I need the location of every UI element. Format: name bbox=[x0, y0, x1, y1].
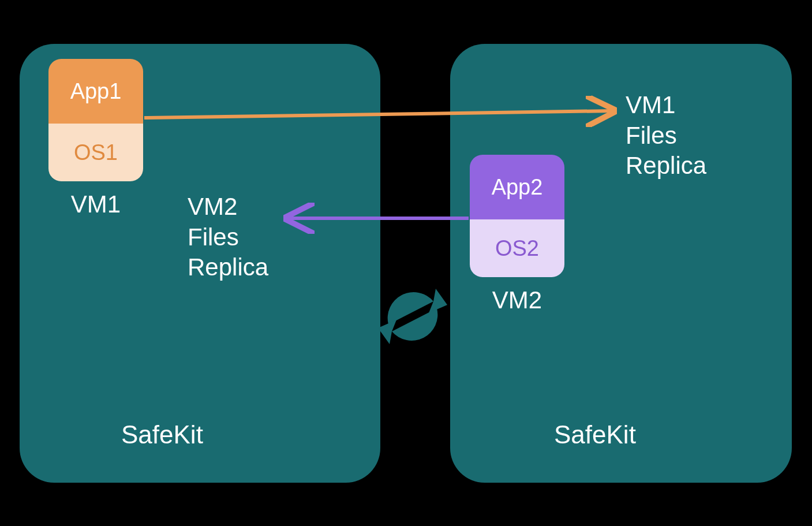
vm2-stack: App2 OS2 VM2 bbox=[470, 155, 564, 314]
sync-icon bbox=[378, 289, 447, 344]
diagram-stage: App1 OS1 VM1 App2 OS2 VM2 VM2 Files Repl… bbox=[0, 0, 812, 526]
os1-label: OS1 bbox=[74, 140, 118, 165]
vm2-replica-text: VM2 Files Replica bbox=[188, 192, 268, 283]
safekit-title-right: SafeKit bbox=[554, 420, 636, 449]
app1-box: App1 bbox=[48, 59, 143, 124]
vm2-label: VM2 bbox=[470, 286, 564, 314]
vm1-stack: App1 OS1 VM1 bbox=[48, 59, 143, 218]
app1-label: App1 bbox=[70, 79, 122, 104]
os2-box: OS2 bbox=[470, 219, 564, 277]
os2-label: OS2 bbox=[495, 236, 539, 261]
os1-box: OS1 bbox=[48, 124, 143, 181]
vm1-label: VM1 bbox=[48, 191, 143, 218]
app2-label: App2 bbox=[492, 175, 543, 200]
safekit-title-left: SafeKit bbox=[121, 420, 203, 449]
app2-box: App2 bbox=[470, 155, 564, 219]
vm1-replica-text: VM1 Files Replica bbox=[626, 90, 706, 181]
